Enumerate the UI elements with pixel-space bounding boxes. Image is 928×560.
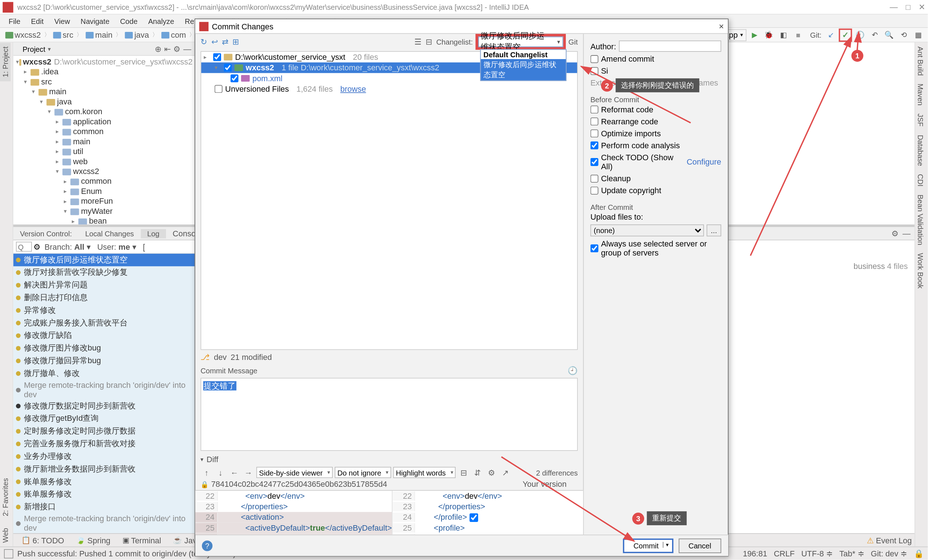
crumb[interactable]: main xyxy=(83,30,115,40)
tree-row[interactable]: ▸moreFun xyxy=(14,197,195,206)
log-tab[interactable]: Log xyxy=(140,229,166,238)
bean-validation-tab[interactable]: Bean Validation xyxy=(915,190,925,249)
gear-icon[interactable]: ⚙ xyxy=(486,467,498,478)
checkbox[interactable] xyxy=(213,53,221,61)
accept-checkbox[interactable] xyxy=(470,513,478,522)
commit-item[interactable]: 修改微厅撤回异常bug xyxy=(14,354,195,367)
maximize-button[interactable]: □ xyxy=(905,2,910,12)
update-icon[interactable]: ↙ xyxy=(824,29,838,41)
commit-item[interactable]: 微厅撤单、修改 xyxy=(14,367,195,380)
commit-item[interactable]: 微厅修改后同步运维状态置空 xyxy=(14,254,195,266)
cleanup-checkbox[interactable] xyxy=(591,175,598,183)
tree-row[interactable]: ▸.idea xyxy=(14,67,195,77)
commit-item[interactable]: 微厅新增业务数据同步到新营收 xyxy=(14,463,195,476)
menu-analyze[interactable]: Analyze xyxy=(143,16,179,26)
commit-item[interactable]: 新增接口 xyxy=(14,500,195,513)
search-icon[interactable]: 🔍 xyxy=(883,29,896,41)
web-tool-tab[interactable]: Web xyxy=(0,524,11,546)
menu-file[interactable]: File xyxy=(4,16,25,26)
checkbox[interactable] xyxy=(215,85,223,93)
reformat-checkbox[interactable] xyxy=(591,105,598,113)
copyright-checkbox[interactable] xyxy=(591,187,598,195)
jsf-tab[interactable]: JSF xyxy=(915,110,925,130)
commit-item[interactable]: 完成账户服务接入新营收平台 xyxy=(14,317,195,330)
commit-item[interactable]: 修改微厅图片修改bug xyxy=(14,342,195,354)
tree-row[interactable]: ▸bean xyxy=(14,217,195,224)
optimize-checkbox[interactable] xyxy=(591,130,598,137)
favorites-tool-tab[interactable]: 2: Favorites xyxy=(0,474,11,520)
cdi-tab[interactable]: CDI xyxy=(915,169,925,190)
expand-icon[interactable]: ⊟ xyxy=(426,37,432,47)
group-icon[interactable]: ☰ xyxy=(414,37,421,47)
commit-item[interactable]: 修改微厅getById查询 xyxy=(14,412,195,425)
upload-combobox[interactable]: (none) xyxy=(591,224,704,237)
crumb[interactable]: wxcss2 xyxy=(3,30,43,40)
ignore-combo[interactable]: Do not ignore xyxy=(334,467,391,478)
help-icon[interactable]: ? xyxy=(202,540,212,551)
gear-icon[interactable]: ⚙ xyxy=(891,229,899,238)
menu-view[interactable]: View xyxy=(50,16,75,26)
gear-icon[interactable]: ⚙ xyxy=(173,44,180,53)
tree-row[interactable]: ▸common xyxy=(14,127,195,137)
tree-row[interactable]: ▸util xyxy=(14,147,195,157)
tree-row[interactable]: ▾wxcss2D:\work\customer_service_ysxt\wxc… xyxy=(14,57,195,67)
indent[interactable]: Tab* ≑ xyxy=(839,549,864,558)
hide-icon[interactable]: — xyxy=(183,44,191,53)
commit-item[interactable]: 修改微厅缺陷 xyxy=(14,330,195,342)
unversioned-files[interactable]: Unversioned Files 1,624 files browse xyxy=(201,84,577,94)
commit-file-tree[interactable]: ▸ D:\work\customer_service_ysxt 20 files… xyxy=(200,51,578,350)
next-change-icon[interactable]: → xyxy=(243,467,255,478)
signoff-checkbox[interactable] xyxy=(591,67,598,75)
menu-edit[interactable]: Edit xyxy=(26,16,48,26)
tree-row[interactable]: ▾myWater xyxy=(14,207,195,217)
configure-link[interactable]: Configure xyxy=(687,157,721,167)
commit-button[interactable]: Commit xyxy=(623,538,673,553)
revert-icon[interactable]: ↶ xyxy=(868,29,881,41)
scroll-from-icon[interactable]: ⊕ xyxy=(155,44,161,53)
filter-input[interactable] xyxy=(16,242,32,252)
history-icon[interactable]: 🕘 xyxy=(853,29,867,41)
tree-row[interactable]: ▾main xyxy=(14,87,195,97)
caret-position[interactable]: 196:81 xyxy=(743,549,767,558)
cancel-button[interactable]: Cancel xyxy=(679,538,721,553)
terminal-tab[interactable]: ▣ Terminal xyxy=(117,535,166,546)
rearrange-checkbox[interactable] xyxy=(591,117,598,125)
commit-item[interactable]: Merge remote-tracking branch 'origin/dev… xyxy=(14,513,195,533)
tree-row[interactable]: ▾wxcss2 xyxy=(14,167,195,177)
prev-diff-icon[interactable]: ↑ xyxy=(200,467,212,478)
analysis-checkbox[interactable] xyxy=(591,141,598,150)
lock-icon[interactable]: 🔒 xyxy=(914,549,923,558)
commit-item[interactable]: 账单服务修改 xyxy=(14,488,195,501)
run-icon[interactable]: ▶ xyxy=(748,29,761,41)
collapse-icon[interactable]: ⊟ xyxy=(458,467,470,478)
minimize-button[interactable]: — xyxy=(890,2,897,12)
menu-code[interactable]: Code xyxy=(115,16,142,26)
tree-row[interactable]: ▾src xyxy=(14,77,195,87)
upload-browse-button[interactable]: … xyxy=(707,224,721,237)
changelist-option[interactable]: Default Changelist xyxy=(481,50,566,59)
commit-item[interactable]: 完善业务服务微厅和新营收对接 xyxy=(14,438,195,450)
checkbox[interactable] xyxy=(224,64,232,72)
tree-row[interactable]: ▾com.koron xyxy=(14,107,195,117)
commit-item[interactable]: 修改微厅数据定时同步到新营收 xyxy=(14,400,195,412)
dropdown-arrow-icon[interactable]: ▾ xyxy=(48,45,51,52)
coverage-icon[interactable]: ◧ xyxy=(777,29,790,41)
database-tab[interactable]: Database xyxy=(915,130,925,169)
menu-navigate[interactable]: Navigate xyxy=(76,16,114,26)
commit-item[interactable]: 定时服务修改定时同步微厅数据 xyxy=(14,425,195,438)
line-separator[interactable]: CRLF xyxy=(774,549,795,558)
project-tool-tab[interactable]: 1: Project xyxy=(0,43,11,81)
crumb[interactable]: com xyxy=(159,30,189,40)
commit-item[interactable]: 微厅对接新营收字段缺少修复 xyxy=(14,266,195,279)
revert-icon[interactable]: ↩ xyxy=(211,37,218,47)
stop-icon[interactable]: ■ xyxy=(792,29,805,41)
local-changes-tab[interactable]: Local Changes xyxy=(79,229,140,238)
next-diff-icon[interactable]: ↓ xyxy=(215,467,227,478)
author-input[interactable] xyxy=(619,41,721,52)
gear-icon[interactable]: ⚙ xyxy=(34,242,41,252)
commit-message-input[interactable]: 提交错了 xyxy=(200,378,578,451)
close-button[interactable]: ✕ xyxy=(919,2,925,12)
external-icon[interactable]: ↗ xyxy=(499,467,511,478)
encoding[interactable]: UTF-8 ≑ xyxy=(801,549,833,558)
todo-checkbox[interactable] xyxy=(591,158,598,166)
